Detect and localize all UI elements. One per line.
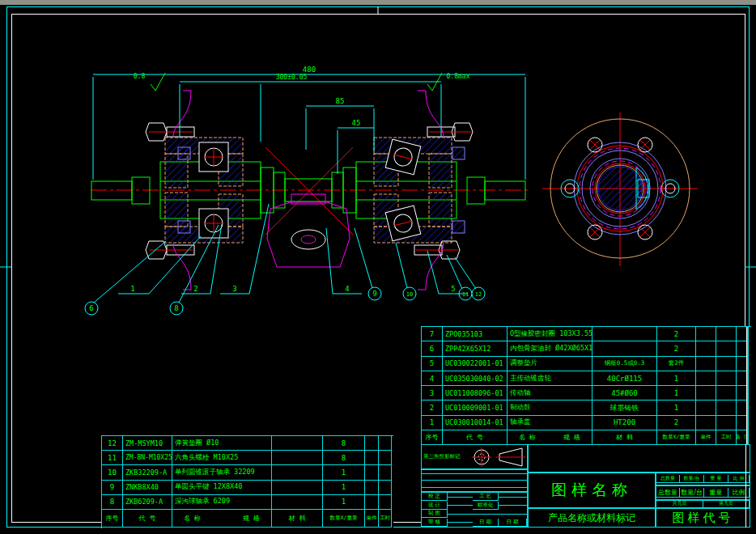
- bom-header-material: 材 料: [592, 430, 657, 445]
- bom-cell: 调整垫片: [508, 357, 592, 371]
- revision-cell: [474, 480, 492, 481]
- bom-cell: 7: [422, 327, 443, 341]
- balloon-8: 8: [174, 304, 178, 312]
- bom-cell: 3: [422, 386, 443, 400]
- bom-cell: 2: [657, 327, 696, 341]
- sign-audit-label: 审 核: [422, 519, 448, 527]
- bom-cell: [379, 495, 392, 510]
- bom-cell: [592, 341, 657, 356]
- bom-cell: 45#Ø60: [592, 386, 657, 400]
- bom-cell: 单列圆锥滚子轴承 32209: [172, 465, 272, 480]
- page-number-label: 第几页: [703, 500, 750, 508]
- total-qty-value: 总数量: [656, 488, 680, 498]
- bom-cell: HT200: [592, 416, 657, 430]
- revision-cell: [440, 473, 457, 474]
- revision-cell: [457, 473, 474, 474]
- weight-value: 重量: [704, 488, 728, 498]
- bom-cell: 传动轴: [508, 386, 592, 400]
- sign-design-label: 设 计: [422, 502, 448, 510]
- bom-cell: ZKB6209-A: [123, 495, 172, 510]
- sign-cell: [448, 514, 473, 515]
- bom-header-no: 序号: [102, 510, 123, 528]
- bom-cell: [696, 400, 716, 415]
- bom-cell: [272, 465, 323, 480]
- bom-header-code: 代 号: [443, 430, 508, 445]
- revision-cell: [474, 487, 492, 488]
- bom-header-name: 名 称: [519, 433, 536, 442]
- bom-cell: 6: [422, 341, 443, 356]
- bom-cell: 深沟球轴承 6209: [172, 495, 272, 510]
- balloon-2: 2: [193, 285, 197, 293]
- bom-cell: ZM-MSYM10: [123, 436, 172, 451]
- bom-header-name-spec: 名 称 规 格: [508, 430, 592, 445]
- bom-header-no: 序号: [422, 430, 443, 445]
- bom-header-name: 名 称: [184, 514, 201, 523]
- bom-cell: 10: [102, 465, 123, 480]
- drawing-name-cell: 图样名称: [528, 473, 656, 508]
- bom-cell: [696, 386, 716, 400]
- bom-cell: [716, 357, 737, 371]
- bom-cell: [696, 357, 716, 371]
- bom-cell: 套2件: [657, 357, 696, 371]
- revision-cell: [422, 480, 440, 481]
- bom-cell: [272, 451, 323, 465]
- bom-cell: ZPO035103: [443, 327, 508, 341]
- roughness-left-label: 0.8: [134, 73, 146, 80]
- bom-cell: [379, 436, 392, 451]
- dim-bearing: 45: [352, 119, 361, 127]
- bom-cell: ZNKB8X40: [123, 481, 172, 495]
- bom-cell: 1: [657, 386, 696, 400]
- total-pages-label: 共几页: [656, 500, 703, 508]
- bom-cell: [716, 327, 737, 341]
- sign-draw-label: 制 图: [422, 510, 448, 518]
- flange-end-view: [542, 112, 698, 266]
- bom-cell: 弹簧垫圈 Ø10: [172, 436, 272, 451]
- bom-cell: UC011008096-01: [443, 386, 508, 400]
- bom-cell: 六角头螺栓 M10X25: [172, 451, 272, 465]
- bom-cell: [365, 495, 379, 510]
- signature-grid: 校 正 工 艺 设 计 标准化 制 图 审 核 日 期 日 期: [421, 492, 528, 528]
- bom-cell: O型橡胶密封圈 103X3.55: [508, 327, 592, 341]
- bom-cell: 球墨铸铁: [592, 400, 657, 415]
- weight-label: 重 量: [704, 475, 728, 483]
- bom-cell: 1: [657, 371, 696, 386]
- sign-cell: [499, 505, 527, 506]
- bom-cell: 轴承盖: [508, 416, 592, 430]
- bom-cell: [272, 481, 323, 495]
- inner-frame-line: [746, 327, 748, 447]
- sign-date-label: 日 期: [499, 519, 527, 527]
- bom-header-name-spec: 名 称 规 格: [172, 510, 272, 528]
- revision-cell: [509, 480, 527, 481]
- bom-header-qty: 数量X/重量: [323, 510, 365, 528]
- bom-cell: [716, 341, 737, 356]
- balloon-10: 10: [406, 291, 413, 298]
- bom-cell: 单圆头平键 12X8X40: [172, 481, 272, 495]
- balloon-5: 5: [451, 285, 455, 293]
- bom-cell: [592, 327, 657, 341]
- balloon-4: 4: [345, 285, 349, 293]
- bom-cell: [379, 451, 392, 465]
- bom-cell: [716, 386, 737, 400]
- qty-per-unit-label: 数量/台: [680, 475, 704, 483]
- scale-label: 比 例: [728, 475, 750, 483]
- balloon-3: 3: [232, 285, 236, 293]
- bom-header-unit: 单件: [365, 510, 379, 528]
- bom-cell: [696, 416, 716, 430]
- center-gear-housing: [267, 194, 350, 267]
- bom-cell: 8: [323, 436, 365, 451]
- bom-cell: ZM-BN-M10X25: [123, 451, 172, 465]
- revision-cell: [492, 480, 510, 481]
- main-assembly-view: [91, 91, 528, 290]
- title-block: 第三角投影标记 校 正 工 艺 设 计 标准化 制 图 审 核 日 期 日 期: [421, 444, 750, 528]
- projection-cell: 第三角投影标记: [421, 444, 528, 469]
- bom-cell: [716, 400, 737, 415]
- bom-header-spec: 规 格: [563, 433, 580, 442]
- bom-cell: [365, 451, 379, 465]
- bom-cell: 1: [323, 481, 365, 495]
- qty-value-row: 总数量 数量/台 重量 比例: [656, 485, 750, 500]
- bom-cell: [696, 341, 716, 356]
- hub-with-keyway: [598, 167, 649, 210]
- bom-cell: 1: [422, 416, 443, 430]
- blank-cell: [528, 444, 750, 473]
- bom-cell: 9: [102, 481, 123, 495]
